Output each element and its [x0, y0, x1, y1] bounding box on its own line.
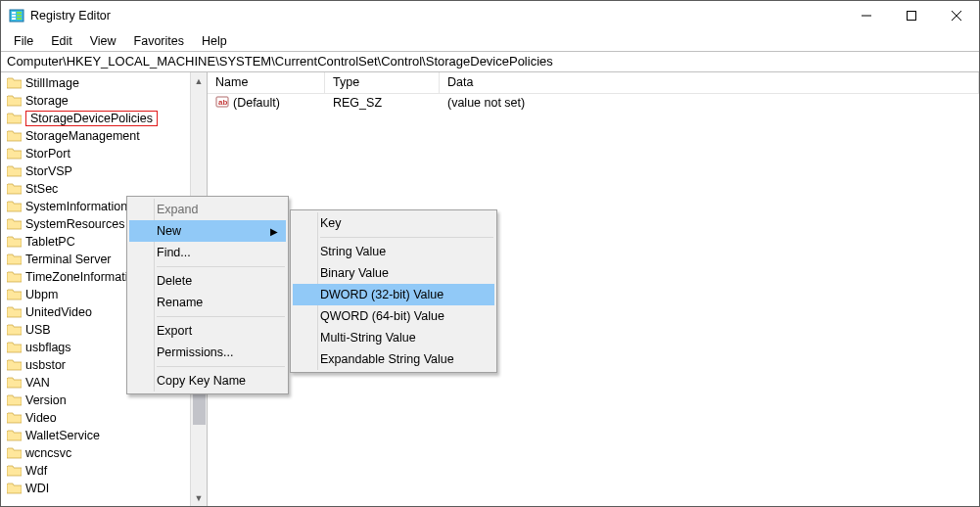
- context-menu-item[interactable]: Export: [129, 320, 286, 342]
- column-name[interactable]: Name: [208, 72, 325, 93]
- folder-icon: [7, 183, 22, 195]
- svg-text:ab: ab: [218, 98, 227, 107]
- folder-icon: [7, 271, 22, 283]
- regedit-app-icon: [9, 8, 24, 23]
- scroll-up-arrow-icon[interactable]: ▲: [191, 72, 207, 89]
- context-menu-item[interactable]: Permissions...: [129, 342, 286, 363]
- folder-icon: [7, 130, 22, 142]
- tree-item-label: StorVSP: [25, 164, 72, 178]
- context-menu-item[interactable]: Find...: [129, 242, 286, 263]
- folder-icon: [7, 95, 22, 107]
- folder-icon: [7, 201, 22, 212]
- tree-item-label: Version: [25, 393, 67, 407]
- window-controls: [844, 1, 979, 30]
- context-menu-item[interactable]: String Value: [293, 241, 494, 262]
- context-submenu-new: KeyString ValueBinary ValueDWORD (32-bit…: [290, 209, 497, 373]
- tree-item-label: usbflags: [25, 341, 71, 354]
- context-menu-item[interactable]: Key: [293, 212, 494, 234]
- svg-rect-2: [12, 15, 16, 17]
- value-name: (Default): [233, 96, 280, 110]
- context-menu-item[interactable]: DWORD (32-bit) Value: [293, 284, 494, 305]
- tree-item-label: USB: [25, 323, 51, 337]
- context-menu-item[interactable]: Multi-String Value: [293, 327, 494, 348]
- titlebar-left: Registry Editor: [9, 8, 111, 23]
- menu-favorites[interactable]: Favorites: [127, 32, 191, 50]
- menu-view[interactable]: View: [83, 32, 123, 50]
- folder-icon: [7, 236, 22, 248]
- tree-item-label: Storage: [25, 94, 69, 108]
- tree-item[interactable]: Video: [1, 409, 207, 427]
- context-menu-key: ExpandNew▶Find...DeleteRenameExportPermi…: [126, 196, 289, 394]
- svg-rect-8: [908, 12, 916, 21]
- tree-item-label: SystemResources: [25, 217, 124, 231]
- scroll-down-arrow-icon[interactable]: ▼: [191, 489, 207, 506]
- column-type[interactable]: Type: [325, 72, 440, 93]
- registry-editor-window: Registry Editor File Edit View Favorites…: [0, 0, 980, 507]
- folder-icon: [7, 359, 22, 371]
- folder-icon: [7, 113, 22, 124]
- main-area: StillImageStorageStorageDevicePoliciesSt…: [1, 72, 979, 506]
- folder-icon: [7, 394, 22, 406]
- folder-icon: [7, 218, 22, 230]
- context-menu-item[interactable]: Rename: [129, 292, 286, 313]
- tree-item[interactable]: WalletService: [1, 427, 207, 444]
- tree-item-label: StorageDevicePolicies: [25, 111, 158, 126]
- menu-help[interactable]: Help: [195, 32, 234, 50]
- tree-item-label: usbstor: [25, 358, 66, 372]
- svg-rect-5: [17, 15, 22, 17]
- tree-item[interactable]: StorageDevicePolicies: [1, 110, 207, 127]
- folder-icon: [7, 148, 22, 160]
- folder-icon: [7, 412, 22, 424]
- folder-icon: [7, 377, 22, 389]
- folder-icon: [7, 289, 22, 300]
- address-bar[interactable]: Computer\HKEY_LOCAL_MACHINE\SYSTEM\Curre…: [1, 51, 979, 72]
- value-data: (value not set): [440, 96, 979, 110]
- context-menu-item[interactable]: QWORD (64-bit) Value: [293, 305, 494, 327]
- context-menu-item[interactable]: New▶: [129, 220, 286, 242]
- tree-item-label: VAN: [25, 376, 50, 390]
- tree-item-label: UnitedVideo: [25, 305, 92, 319]
- close-button[interactable]: [934, 1, 979, 30]
- tree-item-label: Video: [25, 411, 57, 425]
- tree-item[interactable]: WDI: [1, 480, 207, 497]
- tree-item[interactable]: StillImage: [1, 74, 207, 92]
- tree-item[interactable]: StorageManagement: [1, 127, 207, 145]
- menu-file[interactable]: File: [7, 32, 40, 50]
- context-menu-item[interactable]: Expandable String Value: [293, 348, 494, 370]
- tree-item-label: StorageManagement: [25, 129, 140, 143]
- tree-item[interactable]: Wdf: [1, 462, 207, 480]
- tree-item[interactable]: StorPort: [1, 145, 207, 162]
- tree-item-label: Terminal Server: [25, 253, 112, 266]
- tree-item-label: StorPort: [25, 147, 70, 161]
- tree-item-label: SystemInformation: [25, 200, 127, 213]
- tree-item-label: WDI: [25, 482, 49, 495]
- tree-item-label: TimeZoneInformation: [25, 270, 141, 284]
- list-row[interactable]: ab (Default) REG_SZ (value not set): [208, 94, 979, 112]
- tree-item-label: wcncsvc: [25, 446, 71, 460]
- folder-icon: [7, 165, 22, 177]
- tree-item-label: TabletPC: [25, 235, 75, 249]
- svg-rect-4: [17, 12, 22, 14]
- context-menu-item: Expand: [129, 199, 286, 220]
- minimize-button[interactable]: [844, 1, 889, 30]
- svg-rect-3: [12, 18, 16, 20]
- menubar: File Edit View Favorites Help: [1, 30, 979, 51]
- tree-item-label: WalletService: [25, 429, 100, 442]
- tree-item[interactable]: Storage: [1, 92, 207, 110]
- column-data[interactable]: Data: [440, 72, 979, 93]
- tree-item[interactable]: wcncsvc: [1, 444, 207, 462]
- folder-icon: [7, 342, 22, 353]
- svg-rect-1: [12, 12, 16, 14]
- tree-item-label: StSec: [25, 182, 58, 196]
- context-menu-item[interactable]: Delete: [129, 270, 286, 292]
- context-menu-item[interactable]: Copy Key Name: [129, 370, 286, 392]
- menu-edit[interactable]: Edit: [44, 32, 79, 50]
- value-type: REG_SZ: [325, 96, 440, 110]
- window-title: Registry Editor: [30, 9, 111, 23]
- maximize-button[interactable]: [889, 1, 934, 30]
- tree-item[interactable]: StorVSP: [1, 162, 207, 180]
- tree-item-label: Ubpm: [25, 288, 58, 301]
- context-menu-item[interactable]: Binary Value: [293, 262, 494, 284]
- tree-item-label: StillImage: [25, 76, 79, 90]
- folder-icon: [7, 306, 22, 318]
